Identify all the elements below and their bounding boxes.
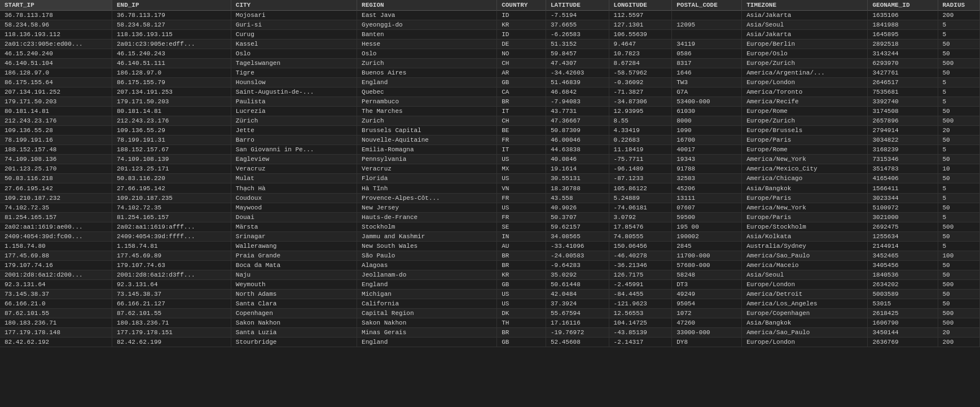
- table-row[interactable]: 66.166.21.066.166.21.127Santa ClaraCalif…: [0, 299, 980, 309]
- col-header-region[interactable]: REGION: [357, 0, 497, 11]
- col-header-geoname-id[interactable]: GEONAME_ID: [868, 0, 938, 11]
- table-row[interactable]: 2001:2d8:6a12:d200...2001:2d8:6a12:d3ff.…: [0, 270, 980, 280]
- table-cell: 3021000: [868, 213, 938, 222]
- table-cell: FR: [497, 213, 546, 222]
- table-row[interactable]: 58.234.58.9658.234.58.127Guri-siGyeonggi…: [0, 20, 980, 30]
- table-cell: 12.93995: [609, 107, 672, 116]
- table-cell: 5: [938, 87, 980, 97]
- table-row[interactable]: 1.158.74.801.158.74.81WallerawangNew Sou…: [0, 242, 980, 251]
- table-row[interactable]: 179.107.74.16179.107.74.63Boca da MataAl…: [0, 261, 980, 270]
- table-cell: Oslo: [357, 49, 497, 59]
- table-cell: -43.85139: [609, 328, 672, 338]
- col-header-longitude[interactable]: LONGITUDE: [609, 0, 672, 11]
- table-cell: 5: [938, 145, 980, 155]
- table-cell: 45206: [672, 183, 742, 194]
- table-cell: US: [497, 299, 546, 309]
- table-row[interactable]: 80.181.14.8180.181.14.81LucreziaThe Marc…: [0, 107, 980, 116]
- table-cell: 47.36667: [546, 116, 609, 126]
- table-cell: -6.26583: [546, 30, 609, 40]
- table-cell: 58248: [672, 270, 742, 280]
- table-cell: -19.76972: [546, 328, 609, 338]
- table-cell: 180.183.236.71: [0, 318, 112, 328]
- table-row[interactable]: 2a02:aa1:1619:ae00...2a02:aa1:1619:afff.…: [0, 222, 980, 232]
- table-row[interactable]: 73.145.38.3773.145.38.37North AdamsMichi…: [0, 290, 980, 299]
- table-cell: 80.181.14.81: [0, 107, 112, 116]
- table-cell: Europe/Zurich: [742, 116, 868, 126]
- table-cell: 207.134.191.252: [0, 87, 112, 97]
- table-row[interactable]: 2409:4054:39d:fc00...2409:4054:39d:ffff.…: [0, 232, 980, 242]
- col-header-radius[interactable]: RADIUS: [938, 0, 980, 11]
- table-cell: Paulista: [231, 97, 357, 107]
- col-header-country[interactable]: COUNTRY: [497, 0, 546, 11]
- table-row[interactable]: 82.42.62.19282.42.62.199StourbridgeEngla…: [0, 338, 980, 347]
- table-cell: Europe/Brussels: [742, 126, 868, 135]
- table-row[interactable]: 186.128.97.0186.128.97.0TigreBuenos Aire…: [0, 68, 980, 78]
- table-cell: 126.7175: [609, 270, 672, 280]
- table-row[interactable]: 201.123.25.170201.123.25.171VeracruzVera…: [0, 164, 980, 174]
- table-row[interactable]: 78.199.191.1678.199.191.31BarroNouvelle-…: [0, 135, 980, 145]
- table-row[interactable]: 46.15.240.24046.15.240.243OsloOsloNO59.8…: [0, 49, 980, 59]
- table-cell: California: [357, 299, 497, 309]
- col-header-start-ip[interactable]: START_IP: [0, 0, 112, 11]
- table-cell: Europe/Rome: [742, 107, 868, 116]
- table-cell: -24.00583: [546, 251, 609, 261]
- table-row[interactable]: 109.210.187.232109.210.187.235CoudouxPro…: [0, 194, 980, 203]
- table-row[interactable]: 212.243.23.176212.243.23.176ZürichZurich…: [0, 116, 980, 126]
- table-cell: Hounslow: [231, 78, 357, 87]
- table-row[interactable]: 81.254.165.15781.254.165.157DouaiHauts-d…: [0, 213, 980, 222]
- table-row[interactable]: 36.78.113.17836.78.113.179MojosariEast J…: [0, 11, 980, 20]
- table-cell: 46.15.240.240: [0, 49, 112, 59]
- table-row[interactable]: 87.62.101.5587.62.101.55CopenhagenCapita…: [0, 309, 980, 318]
- table-cell: America/Recife: [742, 97, 868, 107]
- table-cell: KR: [497, 270, 546, 280]
- table-cell: 186.128.97.0: [112, 68, 231, 78]
- table-cell: 2a02:aa1:1619:afff...: [112, 222, 231, 232]
- table-cell: 86.175.155.64: [0, 78, 112, 87]
- table-cell: DE: [497, 40, 546, 49]
- table-cell: US: [497, 174, 546, 183]
- table-row[interactable]: 118.136.193.112118.136.193.115CurugBante…: [0, 30, 980, 40]
- table-row[interactable]: 109.136.55.28109.136.55.29JetteBrussels …: [0, 126, 980, 135]
- table-row[interactable]: 86.175.155.6486.175.155.79HounslowEnglan…: [0, 78, 980, 87]
- table-cell: 2409:4054:39d:fc00...: [0, 232, 112, 242]
- table-cell: 4165406: [868, 174, 938, 183]
- table-cell: 19343: [672, 155, 742, 164]
- table-cell: 3452465: [868, 251, 938, 261]
- table-row[interactable]: 179.171.50.203179.171.50.203PaulistaPern…: [0, 97, 980, 107]
- table-cell: 2845: [672, 242, 742, 251]
- table-cell: -74.06181: [609, 203, 672, 213]
- col-header-timezone[interactable]: TIMEZONE: [742, 0, 868, 11]
- table-row[interactable]: 188.152.157.48188.152.157.67San Giovanni…: [0, 145, 980, 155]
- table-cell: 58.234.58.96: [0, 20, 112, 30]
- table-row[interactable]: 207.134.191.252207.134.191.253Saint-Augu…: [0, 87, 980, 97]
- table-cell: Europe/London: [742, 280, 868, 290]
- col-header-postal-code[interactable]: POSTAL_CODE: [672, 0, 742, 11]
- table-cell: Coudoux: [231, 194, 357, 203]
- table-row[interactable]: 74.102.72.3574.102.72.35MaywoodNew Jerse…: [0, 203, 980, 213]
- col-header-end-ip[interactable]: END_IP: [112, 0, 231, 11]
- table-cell: 40.9026: [546, 203, 609, 213]
- table-row[interactable]: 50.83.116.21850.83.116.220MulatFloridaUS…: [0, 174, 980, 183]
- table-row[interactable]: 177.179.178.148177.179.178.151Santa Luzi…: [0, 328, 980, 338]
- table-row[interactable]: 46.140.51.10446.140.51.111TagelswangenZu…: [0, 59, 980, 68]
- table-cell: 5: [938, 242, 980, 251]
- table-cell: 50: [938, 174, 980, 183]
- table-row[interactable]: 92.3.131.6492.3.131.64WeymouthEnglandGB5…: [0, 280, 980, 290]
- table-row[interactable]: 177.45.69.88177.45.69.89Praia GrandeSão …: [0, 251, 980, 261]
- table-cell: BE: [497, 126, 546, 135]
- table-cell: 34.08565: [546, 232, 609, 242]
- col-header-city[interactable]: CITY: [231, 0, 357, 11]
- table-cell: 109.136.55.28: [0, 126, 112, 135]
- table-row[interactable]: 2a01:c23:905e:ed00...2a01:c23:905e:edff.…: [0, 40, 980, 49]
- table-cell: 3405456: [868, 261, 938, 270]
- table-cell: Brussels Capital: [357, 126, 497, 135]
- table-cell: Maywood: [231, 203, 357, 213]
- table-cell: Hauts-de-France: [357, 213, 497, 222]
- table-row[interactable]: 27.66.195.14227.66.195.142Thạch HàHà Tĩn…: [0, 183, 980, 194]
- table-cell: 8.55: [609, 116, 672, 126]
- col-header-latitude[interactable]: LATITUDE: [546, 0, 609, 11]
- table-cell: Europe/Paris: [742, 135, 868, 145]
- table-row[interactable]: 180.183.236.71180.183.236.71Sakon Nakhon…: [0, 318, 980, 328]
- table-cell: Europe/Copenhagen: [742, 309, 868, 318]
- table-row[interactable]: 74.109.108.13674.109.108.139EagleviewPen…: [0, 155, 980, 164]
